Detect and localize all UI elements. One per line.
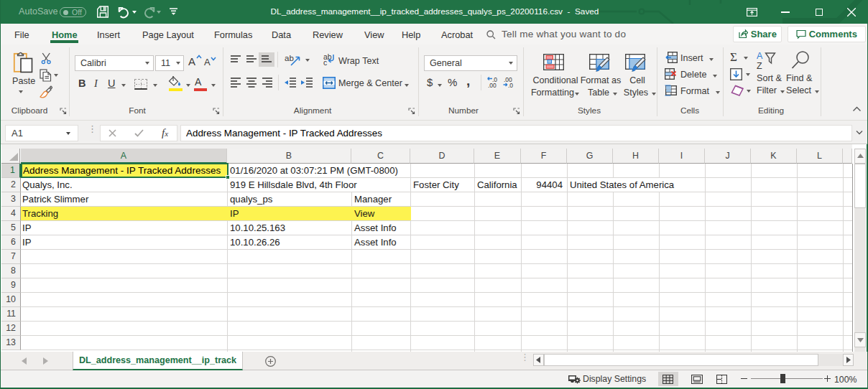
svg-text:.00: .00 (488, 82, 497, 88)
svg-text:.0: .0 (508, 82, 513, 88)
svg-text:Z: Z (757, 61, 762, 70)
svg-text:c: c (323, 58, 327, 66)
svg-text:ab: ab (285, 54, 294, 62)
svg-text:A: A (757, 52, 763, 61)
